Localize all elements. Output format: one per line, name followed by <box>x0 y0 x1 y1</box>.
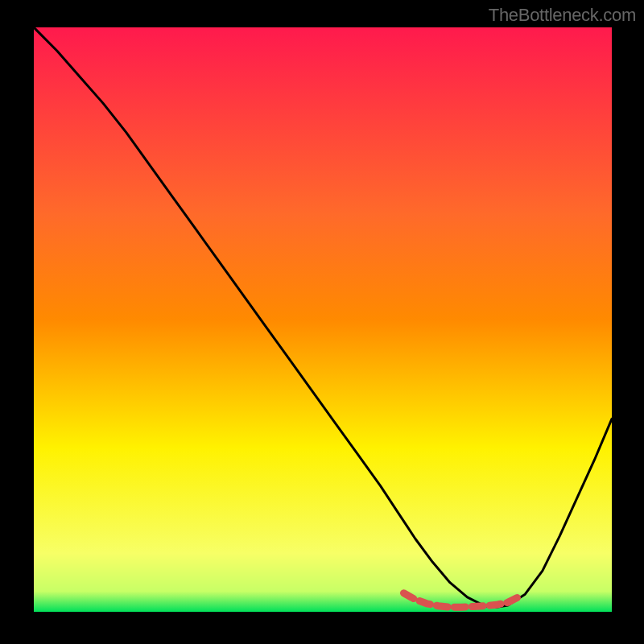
chart-svg <box>34 27 612 612</box>
chart-container: TheBottleneck.com <box>0 0 644 644</box>
plot-area <box>34 27 612 612</box>
gradient-background <box>34 27 612 612</box>
watermark-text: TheBottleneck.com <box>489 5 636 26</box>
